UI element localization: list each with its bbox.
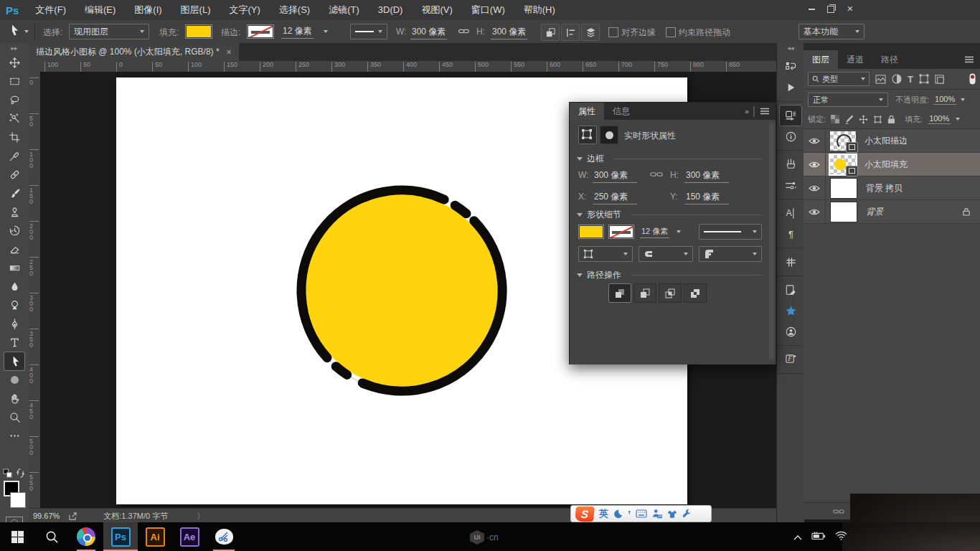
status-expander-icon[interactable]: 〉 — [197, 511, 204, 522]
taskbar-illustrator-button[interactable]: Ai — [138, 522, 172, 551]
shape-details-section-header[interactable]: 形状细节 — [577, 209, 621, 221]
fill-swatch[interactable] — [185, 24, 212, 39]
adobe-stock-panel-icon[interactable] — [780, 321, 801, 342]
align-edges-checkbox[interactable] — [608, 27, 618, 37]
intersect-shapes-button[interactable] — [659, 283, 682, 303]
vertical-ruler[interactable]: 050100150200250300350400450500550 — [29, 72, 41, 508]
libraries-panel-icon[interactable] — [780, 301, 801, 321]
menu-视图(V)[interactable]: 视图(V) — [412, 0, 461, 20]
layer-name[interactable]: 小太阳填充 — [864, 159, 908, 171]
glyphs-panel-icon[interactable] — [780, 252, 801, 272]
gradient-tool-icon[interactable] — [4, 259, 24, 277]
visibility-eye-icon[interactable] — [804, 153, 826, 176]
ime-language-mode[interactable]: 英 — [599, 507, 608, 520]
punctuation-icon[interactable]: ’ — [628, 508, 631, 520]
prop-stroke-width-input[interactable]: 12 像素 — [640, 225, 693, 239]
layer-thumbnail[interactable] — [830, 131, 856, 151]
prop-stroke-corner-dropdown[interactable] — [699, 246, 762, 262]
rect-marquee-tool-icon[interactable] — [4, 72, 24, 90]
align-edges-label[interactable]: 对齐边缘 — [621, 27, 656, 39]
mask-properties-icon[interactable] — [600, 126, 618, 144]
sun-shape[interactable] — [291, 179, 513, 402]
dock-collapse-icon[interactable]: ◂◂ — [777, 43, 804, 53]
background-color-swatch[interactable] — [10, 492, 26, 508]
visibility-eye-icon[interactable] — [804, 200, 826, 223]
shape-width-value[interactable]: 300 像素 — [410, 26, 447, 39]
tab-layers[interactable]: 图层 — [804, 50, 838, 69]
menu-文字(Y)[interactable]: 文字(Y) — [220, 0, 269, 20]
layer-row-sun-stroke[interactable]: 小太阳描边 — [804, 129, 980, 153]
foreground-background-colors[interactable] — [4, 481, 25, 511]
tool-preset-chevron-icon[interactable] — [24, 30, 29, 33]
layer-name[interactable]: 小太阳描边 — [864, 135, 908, 147]
layer-thumbnail[interactable] — [830, 178, 857, 199]
document-tab[interactable]: 描边风格小图标 @ 100% (小太阳填充, RGB/8) * × — [29, 43, 239, 61]
lock-position-icon[interactable] — [859, 115, 868, 124]
taskbar-photoshop-button[interactable]: Ps — [103, 522, 138, 551]
tab-paths[interactable]: 路径 — [872, 50, 907, 69]
clone-stamp-tool-icon[interactable] — [4, 203, 24, 221]
layer-row-background[interactable]: 背景 — [804, 200, 980, 224]
brush-settings-panel-icon[interactable] — [780, 175, 801, 195]
stroke-width-input[interactable]: 12 像素 — [281, 24, 344, 39]
close-button[interactable]: × — [844, 1, 857, 16]
move-tool-icon[interactable] — [4, 54, 24, 72]
skin-icon[interactable] — [667, 509, 677, 519]
filter-smart-objects-icon[interactable] — [935, 75, 944, 84]
filter-type-dropdown[interactable]: 类型 — [808, 72, 870, 86]
lock-transparency-icon[interactable] — [831, 115, 839, 123]
filter-toggle[interactable] — [969, 73, 976, 85]
exclude-shapes-button[interactable] — [684, 283, 707, 303]
layer-name[interactable]: 背景 拷贝 — [866, 182, 903, 194]
blur-tool-icon[interactable] — [4, 278, 24, 296]
moon-icon[interactable] — [613, 509, 623, 519]
lock-all-icon[interactable] — [887, 115, 895, 124]
quick-selection-tool-icon[interactable] — [4, 110, 24, 128]
dodge-tool-icon[interactable] — [4, 296, 24, 314]
stroke-swatch[interactable] — [247, 24, 274, 39]
path-arrange-button[interactable] — [581, 24, 600, 41]
styles-panel-icon[interactable]: F — [780, 349, 801, 369]
ruler-corner[interactable] — [29, 61, 41, 72]
lasso-tool-icon[interactable] — [4, 91, 24, 109]
path-operations-section-header[interactable]: 路径操作 — [577, 269, 621, 281]
menu-滤镜(T)[interactable]: 滤镜(T) — [319, 0, 369, 20]
zoom-tool-icon[interactable] — [4, 408, 24, 426]
tab-properties[interactable]: 属性 — [570, 103, 604, 120]
properties-menu-icon[interactable] — [760, 105, 776, 118]
menu-图层(L)[interactable]: 图层(L) — [171, 0, 220, 20]
live-shape-icon[interactable] — [578, 126, 597, 144]
taskbar-aftereffects-button[interactable]: Ae — [172, 522, 207, 551]
subtract-front-shape-button[interactable] — [633, 283, 656, 303]
layer-row-sun-fill[interactable]: 小太阳填充 — [804, 153, 980, 176]
visibility-eye-icon[interactable] — [804, 129, 826, 152]
lock-artboard-icon[interactable] — [873, 115, 882, 124]
menu-帮助(H)[interactable]: 帮助(H) — [514, 0, 565, 20]
opacity-chevron-icon[interactable] — [961, 98, 965, 101]
lock-pixels-icon[interactable] — [844, 115, 854, 124]
tray-expand-icon[interactable] — [793, 530, 802, 543]
prop-h-value[interactable]: 300 像素 — [684, 169, 729, 183]
filter-shape-layers-icon[interactable] — [919, 74, 929, 84]
horizontal-ruler[interactable]: 1005005010015020025030035040045050055060… — [40, 61, 776, 72]
toolbar-expand-icon[interactable]: ▸▸ — [0, 43, 29, 53]
taskbar-search-button[interactable] — [34, 522, 69, 551]
menu-文件(F)[interactable]: 文件(F) — [26, 0, 75, 20]
filter-type-layers-icon[interactable]: T — [908, 74, 913, 85]
layer-thumbnail[interactable] — [830, 155, 856, 174]
visibility-eye-icon[interactable] — [804, 176, 826, 199]
menu-图像(I)[interactable]: 图像(I) — [125, 0, 171, 20]
prop-stroke-cap-dropdown[interactable] — [639, 246, 693, 262]
default-colors-icon[interactable] — [3, 468, 12, 481]
path-alignment-button[interactable] — [561, 24, 580, 41]
menu-编辑(E)[interactable]: 编辑(E) — [75, 0, 125, 20]
actions-panel-icon[interactable] — [780, 77, 801, 98]
workspace-switcher[interactable]: 基本功能 — [798, 24, 864, 39]
eyedropper-tool-icon[interactable] — [4, 147, 24, 165]
paragraph-panel-icon[interactable]: ¶ — [780, 224, 801, 244]
stroke-type-dropdown[interactable] — [350, 24, 387, 39]
layer-name[interactable]: 背景 — [866, 206, 883, 218]
restore-button[interactable] — [824, 3, 837, 16]
eraser-tool-icon[interactable] — [4, 240, 24, 258]
start-button[interactable] — [0, 522, 34, 551]
